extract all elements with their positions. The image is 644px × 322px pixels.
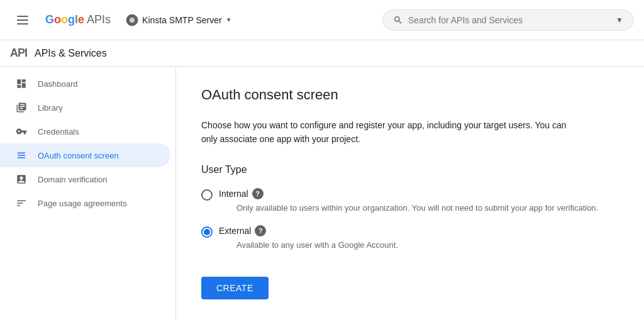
- sidebar-item-domain-label: Domain verification: [38, 175, 108, 184]
- sidebar-item-credentials[interactable]: Credentials: [0, 119, 170, 143]
- oauth-icon: [15, 150, 28, 161]
- external-radio-input[interactable]: [201, 226, 213, 238]
- domain-icon: [15, 174, 28, 185]
- svg-point-4: [130, 18, 135, 23]
- search-dropdown-icon[interactable]: ▼: [616, 16, 623, 25]
- external-help-icon[interactable]: ?: [255, 225, 266, 236]
- apis-label: APIs: [87, 13, 111, 26]
- library-icon: [15, 102, 28, 113]
- sidebar-item-library[interactable]: Library: [0, 96, 170, 119]
- internal-radio-label: Internal ?: [219, 188, 598, 199]
- sidebar-item-dashboard[interactable]: Dashboard: [0, 72, 170, 96]
- page-description: Choose how you want to configure and reg…: [201, 118, 579, 147]
- page-title: OAuth consent screen: [201, 87, 619, 103]
- search-input[interactable]: [408, 15, 611, 25]
- external-description: Available to any user with a Google Acco…: [236, 239, 398, 252]
- project-name: Kinsta SMTP Server: [142, 15, 222, 25]
- internal-help-icon[interactable]: ?: [252, 188, 264, 199]
- create-button[interactable]: CREATE: [201, 277, 269, 299]
- internal-radio-option[interactable]: Internal ? Only available to users withi…: [201, 188, 619, 215]
- google-apis-logo: Google APIs: [45, 13, 111, 26]
- sub-header: API APIs & Services: [0, 40, 644, 67]
- hamburger-icon: [17, 14, 28, 26]
- sidebar-item-library-label: Library: [38, 103, 63, 113]
- internal-description: Only available to users within your orga…: [236, 202, 598, 215]
- svg-rect-1: [17, 19, 28, 21]
- external-radio-label: External ?: [219, 225, 398, 236]
- page-icon: [15, 197, 28, 209]
- key-icon: [15, 126, 28, 137]
- project-icon: [126, 14, 138, 26]
- svg-rect-0: [17, 16, 28, 17]
- internal-radio-input[interactable]: [201, 189, 213, 201]
- sidebar-item-oauth-label: OAuth consent screen: [38, 151, 119, 160]
- api-badge: API: [10, 47, 27, 60]
- sidebar: Dashboard Library Credentials: [0, 67, 176, 320]
- search-icon: [393, 15, 403, 25]
- project-dropdown-icon: ▼: [226, 16, 232, 23]
- sidebar-item-dashboard-label: Dashboard: [38, 79, 78, 89]
- sub-header-title: APIs & Services: [35, 48, 107, 59]
- external-radio-option[interactable]: External ? Available to any user with a …: [201, 225, 619, 252]
- svg-rect-2: [17, 23, 28, 25]
- main-content: OAuth consent screen Choose how you want…: [176, 67, 644, 320]
- menu-icon[interactable]: [10, 8, 35, 33]
- sidebar-item-oauth[interactable]: OAuth consent screen: [0, 143, 170, 167]
- sidebar-item-credentials-label: Credentials: [38, 127, 79, 136]
- sidebar-item-page-usage-label: Page usage agreements: [38, 199, 127, 208]
- search-bar[interactable]: ▼: [382, 9, 634, 31]
- google-text: Google: [45, 13, 84, 26]
- sidebar-item-page-usage[interactable]: Page usage agreements: [0, 191, 170, 215]
- user-type-section-title: User Type: [201, 164, 619, 175]
- dashboard-icon: [15, 78, 28, 89]
- sidebar-item-domain[interactable]: Domain verification: [0, 167, 170, 191]
- project-selector[interactable]: Kinsta SMTP Server ▼: [121, 10, 236, 30]
